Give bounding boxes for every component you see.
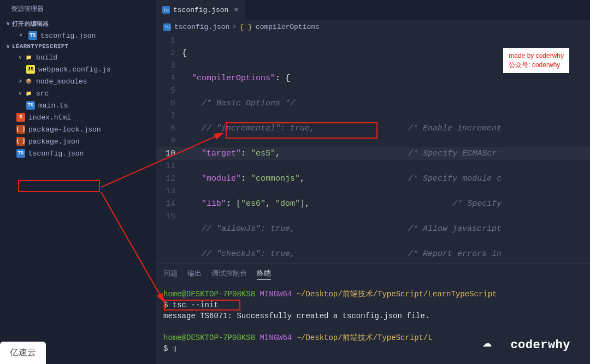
breadcrumb-file: tsconfig.json	[174, 23, 229, 31]
tab-problems[interactable]: 问题	[163, 268, 178, 280]
watermark: made by coderwhy 公众号: coderwhy	[503, 48, 569, 73]
tree-label: node_modules	[36, 77, 87, 86]
chevron-down-icon: v	[16, 55, 24, 61]
tab-label: tsconfig.json	[173, 6, 228, 14]
tab-output[interactable]: 输出	[187, 268, 202, 280]
ts-icon: TS	[163, 23, 171, 31]
chevron-down-icon: v	[4, 21, 12, 27]
explorer-title: 资源管理器	[0, 0, 156, 18]
tab-terminal[interactable]: 终端	[257, 268, 271, 280]
file-tsconfig-json[interactable]: TS tsconfig.json	[0, 147, 156, 159]
open-editors-label: 打开的编辑器	[12, 20, 49, 28]
watermark-line2: 公众号: coderwhy	[509, 61, 564, 70]
braces-icon: { }	[239, 23, 252, 31]
tree-label: package-lock.json	[28, 126, 101, 134]
footer-right-label: coderwhy	[510, 338, 570, 352]
open-editor-item[interactable]: × TS tsconfig.json	[0, 29, 156, 41]
tab-bar: TS tsconfig.json ×	[156, 0, 590, 20]
folder-icon: 📁	[24, 53, 33, 62]
tree-label: tsconfig.json	[28, 150, 84, 158]
sidebar: 资源管理器 v 打开的编辑器 × TS tsconfig.json v LEAR…	[0, 0, 156, 364]
ts-icon: TS	[28, 31, 37, 40]
tree-label: main.ts	[38, 102, 68, 110]
chevron-right-icon: >	[233, 24, 236, 30]
folder-icon: 📁	[24, 89, 33, 98]
tree-label: src	[36, 89, 49, 98]
chevron-down-icon: v	[4, 44, 12, 50]
chevron-down-icon: v	[16, 91, 24, 97]
close-icon[interactable]: ×	[234, 6, 238, 14]
json-icon: { }	[16, 137, 25, 146]
file-package-json[interactable]: { } package.json	[0, 135, 156, 147]
project-label: LEARNTYPESCRIPT	[12, 43, 69, 50]
tree-label: build	[36, 53, 57, 62]
open-editors-section[interactable]: v 打开的编辑器	[0, 18, 156, 29]
file-index-html[interactable]: 5 index.html	[0, 111, 156, 123]
ts-icon: TS	[26, 101, 35, 110]
open-editor-file: tsconfig.json	[40, 32, 96, 40]
html-icon: 5	[16, 113, 25, 122]
folder-node-modules[interactable]: > 📦 node_modules	[0, 75, 156, 87]
tab-tsconfig[interactable]: TS tsconfig.json ×	[156, 0, 245, 20]
footer-left-label: 亿速云	[0, 342, 46, 364]
ts-icon: TS	[16, 149, 25, 158]
folder-src[interactable]: v 📁 src	[0, 87, 156, 99]
breadcrumb[interactable]: TS tsconfig.json > { } compilerOptions	[156, 20, 590, 34]
tree-label: webpack.config.js	[38, 65, 111, 74]
json-icon: { }	[16, 125, 25, 134]
cloud-icon: ☁	[482, 332, 492, 351]
js-icon: JS	[26, 65, 35, 74]
tab-debug-console[interactable]: 调试控制台	[211, 268, 247, 280]
ts-icon: TS	[162, 6, 170, 14]
tree-label: package.json	[28, 138, 80, 146]
breadcrumb-symbol: compilerOptions	[256, 23, 320, 31]
file-package-lock[interactable]: { } package-lock.json	[0, 123, 156, 135]
folder-build[interactable]: v 📁 build	[0, 51, 156, 63]
chevron-right-icon: >	[16, 79, 24, 85]
tree-label: index.html	[28, 114, 71, 122]
file-webpack-config[interactable]: JS webpack.config.js	[0, 63, 156, 75]
folder-icon: 📦	[24, 77, 33, 86]
file-main-ts[interactable]: TS main.ts	[0, 99, 156, 111]
project-section[interactable]: v LEARNTYPESCRIPT	[0, 41, 156, 51]
terminal-tabs: 问题 输出 调试控制台 终端	[156, 264, 590, 282]
close-icon[interactable]: ×	[16, 31, 25, 40]
watermark-line1: made by coderwhy	[509, 51, 564, 61]
